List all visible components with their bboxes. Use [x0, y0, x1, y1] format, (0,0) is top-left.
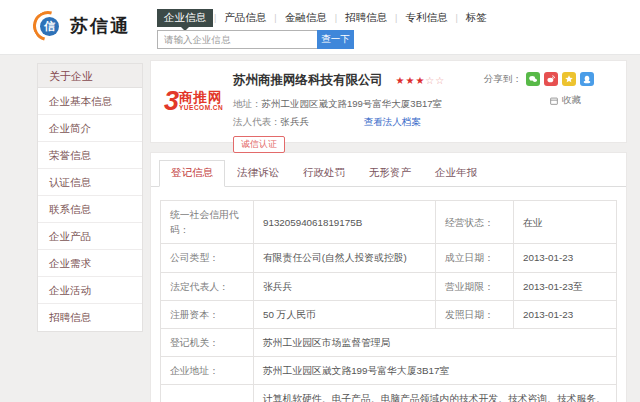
sidebar: 关于企业 企业基本信息企业简介荣誉信息认证信息联系信息企业产品企业需求企业活动招…	[37, 63, 143, 332]
company-address-row: 地址：苏州工业园区崴文路199号富华大厦3B17室	[233, 98, 445, 111]
sidebar-item-8[interactable]: 企业活动	[38, 277, 142, 304]
search-bar: 查一下	[157, 30, 354, 49]
sidebar-item-4[interactable]: 认证信息	[38, 169, 142, 196]
share-row: 分享到：	[484, 72, 594, 86]
field-label: 登记机关：	[161, 328, 254, 356]
nav-item-5[interactable]: 专利信息	[398, 9, 454, 27]
field-label: 发照日期：	[436, 300, 514, 328]
tab-5[interactable]: 企业年报	[423, 160, 489, 187]
table-row: 企业地址：苏州工业园区崴文路199号富华大厦3B17室	[161, 357, 617, 385]
table-row: 法定代表人：张兵兵营业期限：2013-01-23至	[161, 272, 617, 300]
nav-item-1[interactable]: 企业信息	[157, 9, 213, 27]
field-value: 有限责任公司(自然人投资或控股)	[254, 244, 436, 272]
table-row: 公司类型：有限责任公司(自然人投资或控股)成立日期：2013-01-23	[161, 244, 617, 272]
logo-circle-icon: 信	[40, 17, 59, 36]
field-value: 在业	[514, 201, 617, 244]
tab-4[interactable]: 无形资产	[357, 160, 423, 187]
sidebar-title: 关于企业	[38, 64, 142, 88]
cert-badge: 诚信认证	[233, 136, 285, 153]
field-value: 2013-01-23	[514, 244, 617, 272]
search-input[interactable]	[157, 30, 317, 49]
table-row: 统一社会信用代码：91320594061819175B经营状态：在业	[161, 201, 617, 244]
field-value: 50 万人民币	[254, 300, 436, 328]
sidebar-item-2[interactable]: 企业简介	[38, 115, 142, 142]
share-wechat-icon[interactable]	[526, 72, 540, 86]
field-label: 营业期限：	[436, 272, 514, 300]
address-label: 地址：	[233, 98, 262, 109]
company-logo-subtext: YUECOM.CN	[179, 104, 223, 111]
share-qzone-icon[interactable]	[562, 72, 576, 86]
search-button[interactable]: 查一下	[317, 30, 354, 49]
nav-item-3[interactable]: 金融信息	[278, 9, 334, 27]
share-qq-icon[interactable]	[580, 72, 594, 86]
site-name: 苏信通	[70, 14, 130, 38]
company-info: 苏州商推网络科技有限公司 ★★★☆☆ 地址：苏州工业园区崴文路199号富华大厦3…	[233, 70, 445, 153]
main-content: 3 商推网 YUECOM.CN 苏州商推网络科技有限公司 ★★★☆☆ 地址：苏州…	[150, 60, 627, 402]
company-logo: 3 商推网 YUECOM.CN	[164, 88, 236, 114]
tab-2[interactable]: 法律诉讼	[225, 160, 291, 187]
field-value: 苏州工业园区崴文路199号富华大厦3B17室	[254, 357, 617, 385]
nav-item-6[interactable]: 标签	[459, 9, 494, 27]
company-header-card: 3 商推网 YUECOM.CN 苏州商推网络科技有限公司 ★★★☆☆ 地址：苏州…	[150, 60, 627, 143]
sidebar-items: 企业基本信息企业简介荣誉信息认证信息联系信息企业产品企业需求企业活动招聘信息	[38, 88, 142, 331]
site-logo-icon: 信	[33, 11, 63, 41]
address-value: 苏州工业园区崴文路199号富华大厦3B17室	[262, 98, 443, 109]
sidebar-item-3[interactable]: 荣誉信息	[38, 142, 142, 169]
share-icons	[526, 72, 594, 86]
company-name: 苏州商推网络科技有限公司	[233, 73, 383, 87]
field-label: 经营状态：	[436, 201, 514, 244]
legal-profile-link[interactable]: 查看法人档案	[364, 116, 421, 127]
field-label: 企业地址：	[161, 357, 254, 385]
field-label: 法定代表人：	[161, 272, 254, 300]
rating-stars-empty: ☆☆	[425, 75, 445, 86]
rating-stars-filled: ★★★	[395, 75, 425, 86]
site-logo[interactable]: 信 苏信通	[33, 11, 130, 41]
field-label: 成立日期：	[436, 244, 514, 272]
sidebar-item-5[interactable]: 联系信息	[38, 196, 142, 223]
rating-stars: ★★★☆☆	[395, 75, 445, 86]
tab-3[interactable]: 行政处罚	[291, 160, 357, 187]
legal-person-row: 法人代表：张兵兵 查看法人档案	[233, 116, 445, 129]
field-value: 苏州工业园区市场监督管理局	[254, 328, 617, 356]
top-nav: 企业信息|产品信息|金融信息|招聘信息|专利信息|标签	[157, 9, 494, 27]
top-header: 信 苏信通 企业信息|产品信息|金融信息|招聘信息|专利信息|标签 查一下	[0, 0, 640, 55]
field-label: 注册资本：	[161, 300, 254, 328]
sidebar-item-9[interactable]: 招聘信息	[38, 304, 142, 331]
sidebar-item-7[interactable]: 企业需求	[38, 250, 142, 277]
sidebar-item-6[interactable]: 企业产品	[38, 223, 142, 250]
legal-label: 法人代表：	[233, 116, 281, 127]
share-weibo-icon[interactable]	[544, 72, 558, 86]
company-logo-numeral: 3	[164, 88, 179, 114]
nav-item-4[interactable]: 招聘信息	[338, 9, 394, 27]
field-label: 公司类型：	[161, 244, 254, 272]
legal-name: 张兵兵	[281, 116, 310, 127]
detail-tabbar: 登记信息法律诉讼行政处罚无形资产企业年报	[151, 153, 626, 187]
nav-item-2[interactable]: 产品信息	[217, 9, 273, 27]
favorite-button[interactable]: 收藏	[549, 94, 581, 107]
field-label: 经营范围：	[161, 385, 254, 402]
table-row: 注册资本：50 万人民币发照日期：2013-01-23	[161, 300, 617, 328]
company-logo-text: 商推网	[179, 91, 223, 104]
favorite-label: 收藏	[562, 94, 581, 107]
tab-1[interactable]: 登记信息	[159, 160, 225, 187]
field-value: 2013-01-23至	[514, 272, 617, 300]
table-row: 登记机关：苏州工业园区市场监督管理局	[161, 328, 617, 356]
share-label: 分享到：	[484, 73, 522, 86]
detail-card: 登记信息法律诉讼行政处罚无形资产企业年报 统一社会信用代码：9132059406…	[150, 152, 627, 402]
registration-table: 统一社会信用代码：91320594061819175B经营状态：在业公司类型：有…	[160, 200, 617, 402]
sidebar-item-1[interactable]: 企业基本信息	[38, 88, 142, 115]
field-value: 2013-01-23	[514, 300, 617, 328]
field-label: 统一社会信用代码：	[161, 201, 254, 244]
field-value: 91320594061819175B	[254, 201, 436, 244]
table-row: 经营范围：计算机软硬件、电子产品、电脑产品领域内的技术开发、技术咨询、技术服务、…	[161, 385, 617, 402]
field-value: 张兵兵	[254, 272, 436, 300]
favorite-icon	[549, 96, 559, 106]
field-value: 计算机软硬件、电子产品、电脑产品领域内的技术开发、技术咨询、技术服务、技术转让；…	[254, 385, 617, 402]
